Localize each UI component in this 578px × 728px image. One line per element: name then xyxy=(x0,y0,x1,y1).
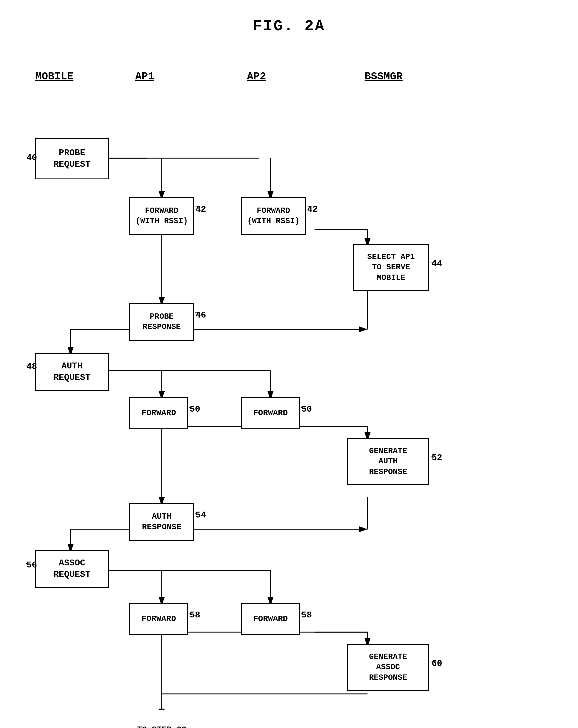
generate-assoc-box: GENERATEASSOCRESPONSE xyxy=(347,644,429,691)
forward-ap2-auth-box: FORWARD xyxy=(241,397,300,429)
auth-request-box: AUTHREQUEST xyxy=(35,353,109,391)
col-mobile: MOBILE xyxy=(35,71,74,83)
squiggle-56: ~ xyxy=(26,560,31,569)
squiggle-60: ~ xyxy=(431,658,436,667)
forward-rssi-ap2-box: FORWARD(WITH RSSI) xyxy=(241,197,306,235)
ref-40: 40 xyxy=(26,153,37,163)
probe-request-box: PROBEREQUEST xyxy=(35,138,109,179)
generate-auth-box: GENERATEAUTHRESPONSE xyxy=(347,438,429,485)
auth-response-box: AUTHRESPONSE xyxy=(129,503,194,541)
squiggle-46: ~ xyxy=(194,309,200,318)
squiggle-42b: ~ xyxy=(306,203,311,212)
diagram: MOBILE AP1 AP2 BSSMGR xyxy=(24,47,554,710)
footer-text: TO STEP 62IN FIG. 2B xyxy=(124,720,200,728)
select-ap1-box: SELECT AP1TO SERVEMOBILE xyxy=(353,244,429,291)
squiggle-58a: ~ xyxy=(189,609,194,618)
col-ap1: AP1 xyxy=(135,71,154,83)
forward-rssi-ap1-box: FORWARD(WITH RSSI) xyxy=(129,197,194,235)
squiggle-42a: ~ xyxy=(194,203,200,212)
col-bssmgr: BSSMGR xyxy=(365,71,403,83)
squiggle-44: ~ xyxy=(431,258,436,267)
forward-ap2-assoc-box: FORWARD xyxy=(241,603,300,635)
squiggle-48: ~ xyxy=(26,361,31,370)
squiggle-50a: ~ xyxy=(189,404,194,413)
assoc-request-box: ASSOCREQUEST xyxy=(35,550,109,588)
forward-ap1-assoc-box: FORWARD xyxy=(129,603,188,635)
squiggle-52: ~ xyxy=(431,452,436,461)
page-title: FIG. 2A xyxy=(0,0,578,35)
squiggle-58b: ~ xyxy=(300,609,306,618)
probe-response-box: PROBERESPONSE xyxy=(129,303,194,341)
squiggle-50b: ~ xyxy=(300,404,306,413)
squiggle-54: ~ xyxy=(194,509,200,518)
col-ap2: AP2 xyxy=(247,71,266,83)
forward-ap1-auth-box: FORWARD xyxy=(129,397,188,429)
